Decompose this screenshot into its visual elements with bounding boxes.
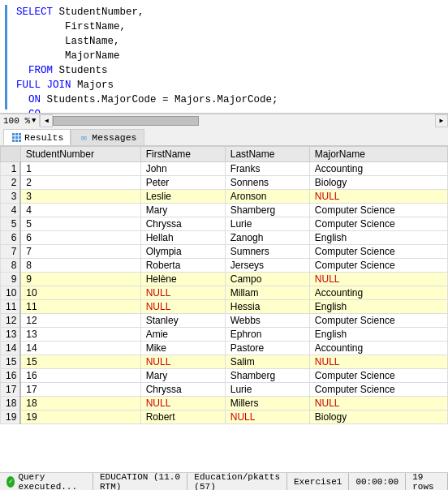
row-number: 3 xyxy=(1,190,21,204)
table-cell: Accounting xyxy=(309,286,447,300)
table-cell: 4 xyxy=(20,204,140,217)
table-row[interactable]: 55ChryssaLurieComputer Science xyxy=(1,217,448,231)
status-ok-item: ✓ Query executed... xyxy=(0,473,93,490)
table-row[interactable]: 88RobertaJerseysComputer Science xyxy=(1,259,448,273)
table-row[interactable]: 1313AmieEphronEnglish xyxy=(1,328,448,342)
results-table-area[interactable]: StudentNumber FirstName LastName MajorNa… xyxy=(0,146,448,472)
row-number: 19 xyxy=(1,410,21,424)
table-cell: 15 xyxy=(20,355,140,369)
table-row[interactable]: 1717ChryssaLurieComputer Science xyxy=(1,383,448,397)
table-row[interactable]: 22PeterSonnensBiology xyxy=(1,176,448,190)
table-cell: Leslie xyxy=(140,190,225,204)
row-number: 16 xyxy=(1,369,21,383)
tab-messages[interactable]: ✉ Messages xyxy=(71,129,144,145)
table-cell: NULL xyxy=(225,410,309,424)
table-cell: Computer Science xyxy=(309,245,447,259)
table-cell: Mary xyxy=(140,204,225,217)
row-number: 5 xyxy=(1,217,21,231)
table-cell: 6 xyxy=(20,231,140,245)
col-header-studentnumber: StudentNumber xyxy=(20,147,140,162)
table-cell: Hellah xyxy=(140,231,225,245)
table-cell: 2 xyxy=(20,176,140,190)
status-server: EDUCATION (11.0 RTM) xyxy=(93,473,187,490)
results-table: StudentNumber FirstName LastName MajorNa… xyxy=(0,146,448,424)
table-cell: Shamberg xyxy=(225,204,309,217)
table-row[interactable]: 1212StanleyWebbsComputer Science xyxy=(1,314,448,328)
table-cell: Chryssa xyxy=(140,383,225,397)
table-cell: Accounting xyxy=(309,342,447,355)
results-container: StudentNumber FirstName LastName MajorNa… xyxy=(0,146,448,472)
row-number: 11 xyxy=(1,300,21,314)
table-cell: NULL xyxy=(140,286,225,300)
col-header-rownum xyxy=(1,147,21,162)
table-cell: Computer Science xyxy=(309,314,447,328)
table-cell: Sonnens xyxy=(225,176,309,190)
table-row[interactable]: 1919RobertNULLBiology xyxy=(1,410,448,424)
table-row[interactable]: 1111NULLHessiaEnglish xyxy=(1,300,448,314)
table-row[interactable]: 99HelèneCampoNULL xyxy=(1,273,448,286)
table-row[interactable]: 66HellahZanoghEnglish xyxy=(1,231,448,245)
table-cell: Millers xyxy=(225,397,309,410)
col-header-firstname: FirstName xyxy=(140,147,225,162)
status-time: 00:00:00 xyxy=(349,473,406,490)
table-cell: English xyxy=(309,328,447,342)
row-number: 9 xyxy=(1,273,21,286)
table-cell: Olympia xyxy=(140,245,225,259)
status-ok-icon: ✓ xyxy=(6,476,15,488)
grid-icon xyxy=(11,132,22,142)
table-cell: 3 xyxy=(20,190,140,204)
table-cell: Zanogh xyxy=(225,231,309,245)
table-cell: Helène xyxy=(140,273,225,286)
table-row[interactable]: 44MaryShambergComputer Science xyxy=(1,204,448,217)
table-cell: Stanley xyxy=(140,314,225,328)
table-cell: Franks xyxy=(225,162,309,176)
row-number: 14 xyxy=(1,342,21,355)
row-number: 8 xyxy=(1,259,21,273)
horizontal-scrollbar[interactable] xyxy=(53,114,435,127)
row-number: 18 xyxy=(1,397,21,410)
table-cell: Lurie xyxy=(225,383,309,397)
table-row[interactable]: 11JohnFranksAccounting xyxy=(1,162,448,176)
table-cell: 13 xyxy=(20,328,140,342)
sql-content[interactable]: SELECT StudentNumber, FirstName, LastNam… xyxy=(11,3,448,110)
table-row[interactable]: 1010NULLMillamAccounting xyxy=(1,286,448,300)
scroll-left-arrow[interactable]: ◀ xyxy=(40,114,53,127)
zoom-control: 100 % ▼ xyxy=(0,114,40,127)
table-cell: Computer Science xyxy=(309,259,447,273)
row-number: 1 xyxy=(1,162,21,176)
table-cell: NULL xyxy=(140,300,225,314)
table-row[interactable]: 33LeslieAronsonNULL xyxy=(1,190,448,204)
table-cell: Chryssa xyxy=(140,217,225,231)
table-cell: NULL xyxy=(140,397,225,410)
table-row[interactable]: 1616MaryShambergComputer Science xyxy=(1,369,448,383)
zoom-dropdown-icon[interactable]: ▼ xyxy=(32,117,36,125)
table-cell: 18 xyxy=(20,397,140,410)
table-row[interactable]: 1515NULLSalimNULL xyxy=(1,355,448,369)
table-cell: Campo xyxy=(225,273,309,286)
table-cell: 14 xyxy=(20,342,140,355)
table-cell: 12 xyxy=(20,314,140,328)
table-row[interactable]: 1818NULLMillersNULL xyxy=(1,397,448,410)
sql-editor[interactable]: SELECT StudentNumber, FirstName, LastNam… xyxy=(0,0,448,114)
table-cell: Aronson xyxy=(225,190,309,204)
table-header-row: StudentNumber FirstName LastName MajorNa… xyxy=(1,147,448,162)
table-cell: Sumners xyxy=(225,245,309,259)
tab-results[interactable]: Results xyxy=(3,129,71,145)
table-cell: 5 xyxy=(20,217,140,231)
line-indicator xyxy=(0,3,11,110)
scroll-right-arrow[interactable]: ▶ xyxy=(435,114,448,127)
scrollbar-thumb[interactable] xyxy=(53,116,199,126)
tabs-bar: Results ✉ Messages xyxy=(0,127,448,146)
table-cell: NULL xyxy=(309,190,447,204)
table-cell: Peter xyxy=(140,176,225,190)
table-row[interactable]: 77OlympiaSumnersComputer Science xyxy=(1,245,448,259)
row-number: 7 xyxy=(1,245,21,259)
status-bar: ✓ Query executed... EDUCATION (11.0 RTM)… xyxy=(0,472,448,490)
status-message: Query executed... xyxy=(18,472,86,491)
row-number: 13 xyxy=(1,328,21,342)
table-cell: Millam xyxy=(225,286,309,300)
table-cell: 9 xyxy=(20,273,140,286)
table-row[interactable]: 1414MikePastoreAccounting xyxy=(1,342,448,355)
table-cell: Jerseys xyxy=(225,259,309,273)
table-cell: English xyxy=(309,231,447,245)
